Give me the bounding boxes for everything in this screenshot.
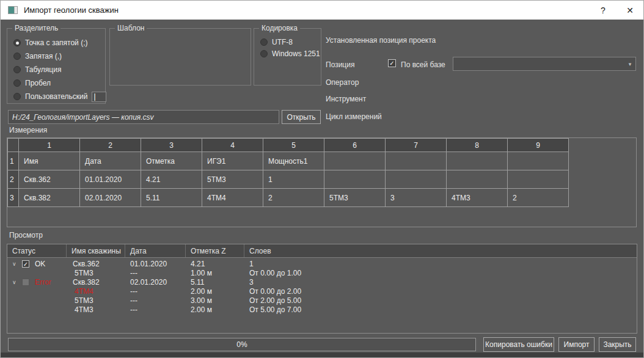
radio-icon[interactable]	[13, 66, 21, 73]
close-button[interactable]: Закрыть	[599, 337, 636, 352]
chevron-down-icon[interactable]: ∨	[12, 261, 22, 267]
preview-rows: ∨✓OKСкв.36201.01.20204.2115ТМ3---1.00 мО…	[7, 258, 637, 314]
measurement-cell[interactable]: Скв.382	[19, 189, 80, 207]
encoding-option[interactable]: Windows 1251	[254, 48, 321, 59]
delimiter-option[interactable]: Запятая (,)	[7, 49, 105, 63]
position-label: Позиция	[326, 60, 354, 69]
delimiter-option-label: Пробел	[25, 79, 51, 87]
radio-icon[interactable]	[13, 53, 21, 60]
file-path-input[interactable]	[8, 110, 279, 124]
date-cell: ---	[125, 269, 186, 277]
delimiter-group-title: Разделитель	[12, 24, 60, 32]
measurement-cell[interactable]: Дата	[80, 152, 141, 170]
measurement-cell[interactable]	[508, 152, 569, 170]
delimiter-option[interactable]: Пользовательский	[7, 90, 105, 103]
measurement-cell[interactable]: Отметка	[141, 152, 202, 170]
row-checkbox[interactable]	[22, 279, 29, 286]
measurement-cell[interactable]: ИГЭ1	[202, 152, 263, 170]
radio-icon[interactable]	[13, 39, 21, 46]
delimiter-option-label: Запятая (,)	[25, 52, 62, 60]
row-checkbox[interactable]: ✓	[22, 260, 29, 268]
measurements-row-header[interactable]: 1	[8, 152, 19, 170]
custom-delimiter-input[interactable]	[92, 92, 106, 102]
measurement-cell[interactable]	[386, 152, 447, 170]
preview-column-header[interactable]: Слоев	[244, 244, 637, 257]
measurements-row: 1ИмяДатаОтметкаИГЭ1Мощность1	[8, 152, 569, 170]
preview-column-header[interactable]: Отметка Z	[186, 244, 244, 257]
measurement-cell[interactable]: 5ТМ3	[324, 189, 386, 207]
chevron-down-icon[interactable]: ▾	[624, 61, 635, 67]
measurements-table: 1234567891ИмяДатаОтметкаИГЭ1Мощность12Ск…	[7, 137, 637, 227]
whole-base-checkbox[interactable]: ✓	[388, 59, 396, 67]
encoding-option[interactable]: UTF-8	[254, 36, 321, 48]
chevron-down-icon[interactable]: ∨	[12, 279, 22, 285]
date-cell: ---	[125, 305, 186, 314]
preview-row[interactable]: 4ТМ4---2.00 мОт 0.00 до 2.00	[7, 287, 637, 296]
measurements-column-header[interactable]: 1	[19, 139, 80, 152]
z-mark-cell: 2.00 м	[186, 305, 244, 314]
date-cell: 02.01.2020	[125, 278, 186, 287]
measurements-column-header[interactable]: 2	[80, 139, 141, 152]
measurement-cell[interactable]	[386, 170, 447, 189]
measurement-cell[interactable]: 4.21	[141, 170, 202, 189]
measurement-cell[interactable]: 1	[263, 170, 324, 189]
measurement-cell[interactable]: 2	[508, 189, 569, 207]
measurement-cell[interactable]	[447, 170, 508, 189]
radio-icon[interactable]	[260, 38, 268, 46]
whole-base-label[interactable]: По всей базе	[401, 60, 445, 69]
measurements-row-header[interactable]: 2	[8, 170, 19, 189]
copy-errors-button[interactable]: Копировать ошибки	[483, 337, 554, 352]
delimiter-option[interactable]: Табуляция	[7, 63, 105, 76]
help-icon[interactable]: ?	[590, 1, 617, 20]
delimiter-option[interactable]: Точка с запятой (;)	[7, 36, 105, 49]
encoding-group-title: Кодировка	[259, 24, 300, 32]
z-mark-cell: 5.11	[186, 278, 244, 287]
delimiter-option[interactable]: Пробел	[7, 76, 105, 90]
preview-row[interactable]: 5ТМ3---3.00 мОт 2.00 до 5.00	[7, 296, 637, 305]
preview-row[interactable]: ∨✓OKСкв.36201.01.20204.211	[7, 259, 637, 268]
radio-icon[interactable]	[13, 93, 21, 100]
measurements-column-header[interactable]: 7	[386, 139, 447, 152]
preview-row[interactable]: 4ТМ3---2.00 мОт 5.00 до 7.00	[7, 305, 637, 314]
measurements-column-header[interactable]: 3	[141, 139, 202, 152]
measurement-cell[interactable]: 02.01.2020	[80, 189, 141, 207]
well-name-cell: Скв.382	[67, 278, 125, 287]
measurement-cell[interactable]: 4ТМ3	[447, 189, 508, 207]
measurements-column-header[interactable]: 6	[324, 139, 386, 152]
measurement-cell[interactable]	[447, 152, 508, 170]
measurement-cell[interactable]: 5ТМ3	[202, 170, 263, 189]
preview-row[interactable]: 5ТМ3---1.00 мОт 0.00 до 1.00	[7, 268, 637, 277]
measurement-cell[interactable]: 4ТМ4	[202, 189, 263, 207]
measurement-cell[interactable]: Имя	[19, 152, 80, 170]
well-name-cell: 5ТМ3	[67, 269, 125, 277]
radio-icon[interactable]	[13, 79, 21, 87]
measurement-cell[interactable]: 5.11	[141, 189, 202, 207]
radio-icon[interactable]	[260, 50, 268, 57]
measurements-row-header[interactable]: 3	[8, 189, 19, 207]
import-button[interactable]: Импорт	[558, 337, 595, 352]
measurement-cell[interactable]	[508, 170, 569, 189]
measurements-column-header[interactable]: 4	[202, 139, 263, 152]
measurement-cell[interactable]: 01.01.2020	[80, 170, 141, 189]
measurements-row: 3Скв.38202.01.20205.114ТМ425ТМ334ТМ32	[8, 189, 569, 207]
measurement-cell[interactable]: 2	[263, 189, 324, 207]
delimiter-groupbox: Разделитель Точка с запятой (;)Запятая (…	[7, 28, 106, 104]
close-icon[interactable]: ✕	[617, 1, 643, 20]
layers-cell: От 0.00 до 1.00	[244, 269, 637, 277]
measurement-cell[interactable]: Скв.362	[19, 170, 80, 189]
measurement-cell[interactable]: Мощность1	[263, 152, 324, 170]
preview-column-header[interactable]: Статус	[7, 244, 67, 257]
measurements-column-header[interactable]: 5	[263, 139, 324, 152]
measurements-column-header[interactable]: 8	[447, 139, 508, 152]
position-dropdown[interactable]: ▾	[453, 57, 636, 71]
layers-cell: От 2.00 до 5.00	[244, 296, 637, 305]
open-file-button[interactable]: Открыть	[282, 110, 321, 124]
preview-row[interactable]: ∨ErrorСкв.38202.01.20205.113	[7, 277, 637, 287]
measurements-column-header[interactable]: 9	[508, 139, 569, 152]
preview-column-header[interactable]: Дата	[125, 244, 186, 257]
measurement-cell[interactable]	[324, 170, 386, 189]
measurement-cell[interactable]	[324, 152, 386, 170]
preview-column-header[interactable]: Имя скважины	[67, 244, 125, 257]
measurement-cell[interactable]: 3	[386, 189, 447, 207]
well-name-cell: 4ТМ4	[67, 287, 125, 296]
